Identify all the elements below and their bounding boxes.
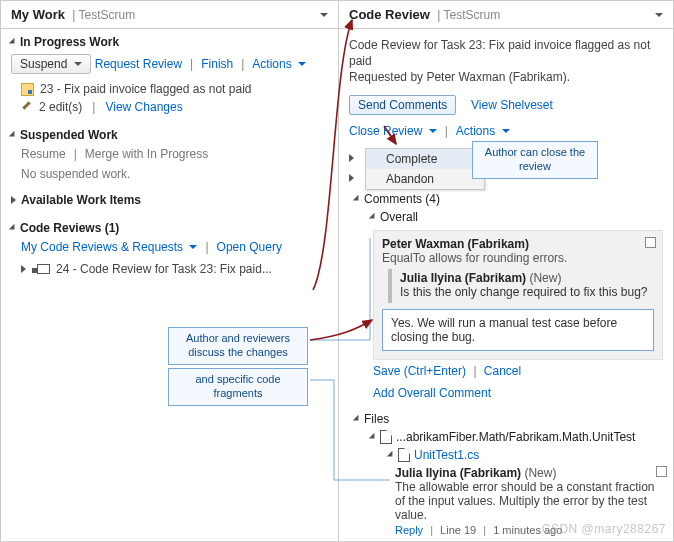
thread-body: EqualTo allows for rounding errors.	[382, 251, 654, 265]
chevron-right-icon	[349, 154, 354, 162]
callout-fragments: and specific code fragments	[168, 368, 308, 406]
thread-reply: Julia Ilyina (Fabrikam) (New) Is this th…	[388, 269, 654, 303]
actions-link[interactable]: Actions	[252, 57, 306, 71]
code-review-menu-chevron[interactable]	[655, 13, 663, 21]
chevron-down-icon	[369, 432, 377, 440]
comments-header[interactable]: Comments (4)	[355, 190, 663, 208]
chevron-down-icon	[298, 62, 306, 70]
close-review-link[interactable]: Close Review	[349, 124, 437, 138]
finish-link[interactable]: Finish	[201, 57, 233, 71]
callout-close-review: Author can close the review	[472, 141, 598, 179]
available-section: Available Work Items	[1, 187, 338, 215]
task-row[interactable]: 23 - Fix paid invoice flagged as not pai…	[11, 80, 328, 98]
file-comment-body: The allowable error should be a constant…	[395, 480, 663, 522]
open-query-link[interactable]: Open Query	[217, 240, 282, 254]
suspended-header[interactable]: Suspended Work	[11, 126, 328, 144]
edits-row: 2 edit(s) | View Changes	[11, 98, 328, 116]
in-progress-section: In Progress Work Suspend Request Review …	[1, 29, 338, 122]
code-review-item[interactable]: 24 - Code Review for Task 23: Fix paid..…	[11, 260, 328, 278]
merge-link[interactable]: Merge with In Progress	[85, 147, 208, 161]
file-link[interactable]: UnitTest1.cs	[414, 448, 479, 462]
new-tag: (New)	[524, 466, 556, 480]
view-shelveset-link[interactable]: View Shelveset	[471, 98, 553, 112]
callout-discuss: Author and reviewers discuss the changes	[168, 327, 308, 365]
review-actions-link[interactable]: Actions	[456, 124, 510, 138]
chevron-down-icon	[429, 129, 437, 137]
reply-body: Is this the only change required to fix …	[400, 285, 648, 299]
task-icon	[21, 83, 34, 96]
send-comments-button[interactable]: Send Comments	[349, 95, 456, 115]
chevron-down-icon	[189, 245, 197, 253]
chevron-down-icon	[9, 38, 17, 46]
request-review-link[interactable]: Request Review	[95, 57, 182, 71]
close-review-popup: Complete Abandon	[365, 148, 485, 190]
reply-author: Julia Ilyina (Fabrikam)	[400, 271, 526, 285]
suspended-empty: No suspended work.	[11, 167, 328, 181]
chevron-down-icon	[502, 129, 510, 137]
chevron-down-icon	[353, 414, 361, 422]
edit-icon	[21, 101, 33, 113]
chevron-right-icon	[349, 174, 354, 182]
my-work-pane: My Work | TestScrum In Progress Work Sus…	[1, 1, 339, 541]
flag-icon[interactable]	[645, 237, 656, 248]
files-header[interactable]: Files	[355, 410, 663, 428]
my-work-project: TestScrum	[79, 8, 136, 22]
new-tag: (New)	[529, 271, 561, 285]
code-reviews-section: Code Reviews (1) My Code Reviews & Reque…	[1, 215, 338, 284]
cancel-link[interactable]: Cancel	[484, 364, 521, 378]
folder-icon	[380, 430, 392, 444]
chevron-down-icon	[9, 131, 17, 139]
thread-author: Peter Waxman (Fabrikam)	[382, 237, 654, 251]
overall-thread: Peter Waxman (Fabrikam) EqualTo allows f…	[373, 230, 663, 360]
my-work-title: My Work	[11, 7, 65, 22]
flag-icon[interactable]	[656, 466, 667, 477]
chevron-right-icon	[21, 265, 26, 273]
chevron-down-icon	[369, 212, 377, 220]
suspended-section: Suspended Work Resume | Merge with In Pr…	[1, 122, 338, 187]
file-row[interactable]: UnitTest1.cs	[355, 446, 663, 464]
my-work-header: My Work | TestScrum	[1, 1, 338, 29]
popup-complete[interactable]: Complete	[366, 149, 484, 169]
watermark: CSDN @mary288267	[542, 522, 666, 536]
file-reply-link[interactable]: Reply	[395, 524, 423, 536]
chevron-down-icon	[353, 194, 361, 202]
review-icon	[37, 264, 50, 274]
chevron-right-icon	[11, 196, 16, 204]
suspend-button[interactable]: Suspend	[11, 54, 91, 74]
popup-abandon[interactable]: Abandon	[366, 169, 484, 189]
save-link[interactable]: Save (Ctrl+Enter)	[373, 364, 466, 378]
available-header[interactable]: Available Work Items	[11, 191, 328, 209]
chevron-down-icon	[9, 224, 17, 232]
file-line: Line 19	[440, 524, 476, 536]
code-reviews-header[interactable]: Code Reviews (1)	[11, 219, 328, 237]
overall-header[interactable]: Overall	[355, 208, 663, 226]
reply-input[interactable]: Yes. We will run a manual test case befo…	[382, 309, 654, 351]
chevron-down-icon	[387, 450, 395, 458]
code-review-pane: Code Review | TestScrum Code Review for …	[339, 1, 673, 541]
code-review-project: TestScrum	[444, 8, 501, 22]
review-description: Code Review for Task 23: Fix paid invoic…	[349, 37, 663, 86]
task-label: 23 - Fix paid invoice flagged as not pai…	[40, 82, 251, 96]
code-review-title: Code Review	[349, 7, 430, 22]
my-reviews-link[interactable]: My Code Reviews & Requests	[21, 240, 197, 254]
in-progress-header[interactable]: In Progress Work	[11, 33, 328, 51]
files-path: ...abrikamFiber.Math/Fabrikam.Math.UnitT…	[396, 430, 635, 444]
file-comment-author: Julia Ilyina (Fabrikam)	[395, 466, 521, 480]
code-review-item-label: 24 - Code Review for Task 23: Fix paid..…	[56, 262, 272, 276]
code-review-header: Code Review | TestScrum	[339, 1, 673, 29]
file-icon	[398, 448, 410, 462]
view-changes-link[interactable]: View Changes	[105, 100, 182, 114]
add-overall-comment[interactable]: Add Overall Comment	[373, 386, 491, 400]
my-work-menu-chevron[interactable]	[320, 13, 328, 21]
chevron-down-icon	[74, 62, 82, 70]
files-path-row[interactable]: ...abrikamFiber.Math/Fabrikam.Math.UnitT…	[355, 428, 663, 446]
resume-link[interactable]: Resume	[21, 147, 66, 161]
